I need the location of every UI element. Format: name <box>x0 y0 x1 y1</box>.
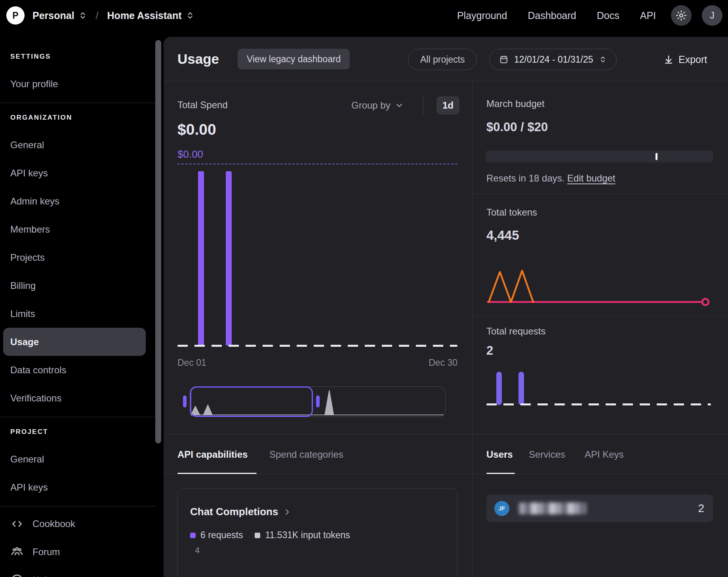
sidebar-item-api-keys[interactable]: API keys <box>10 473 155 501</box>
total-requests-label: Total requests <box>486 326 545 337</box>
chevron-updown-icon <box>599 55 607 63</box>
sidebar-item-general[interactable]: General <box>10 445 155 473</box>
legend-item-requests: 6 requests <box>190 530 243 541</box>
budget-line-label: $0.00 <box>177 148 203 160</box>
all-projects-filter[interactable]: All projects <box>408 49 477 70</box>
sidebar-item-members[interactable]: Members <box>10 215 155 243</box>
sidebar-heading-organization: ORGANIZATION <box>10 111 155 124</box>
user-avatar[interactable]: J <box>702 5 722 26</box>
x-axis-start-label: Dec 01 <box>177 357 206 368</box>
chevron-right-icon <box>283 508 292 516</box>
y-axis-tick: 4 <box>195 545 200 556</box>
date-range-picker[interactable]: 12/01/24 - 01/31/25 <box>489 49 617 70</box>
spend-bars-layer <box>177 168 457 346</box>
org-selector[interactable]: Personal <box>32 10 74 21</box>
legend-label: 6 requests <box>200 530 243 541</box>
brush-selection-window[interactable] <box>190 386 313 417</box>
sidebar-heading-settings: SETTINGS <box>10 50 155 63</box>
interval-1d-button[interactable]: 1d <box>436 96 459 115</box>
toolbar-divider <box>423 95 423 116</box>
budget-progress-bar <box>486 151 713 162</box>
sidebar-item-verifications[interactable]: Verifications <box>10 384 155 412</box>
budget-progress-tick <box>656 153 657 160</box>
nav-link-api[interactable]: API <box>640 10 656 21</box>
export-label: Export <box>678 54 707 65</box>
section-divider <box>164 434 728 434</box>
user-usage-row[interactable]: JF 2 <box>486 495 713 522</box>
user-request-count: 2 <box>698 502 704 515</box>
usage-main-panel: Usage View legacy dashboard All projects… <box>164 37 728 577</box>
legend-label: 11.531K input tokens <box>265 530 350 541</box>
org-avatar[interactable]: P <box>6 6 25 25</box>
breadcrumb-separator: / <box>96 10 99 21</box>
sidebar-item-api-keys[interactable]: API keys <box>10 159 155 187</box>
sidebar-item-projects[interactable]: Projects <box>10 243 155 271</box>
requests-bars-layer <box>486 372 711 405</box>
march-budget-amount: $0.00 / $20 <box>486 120 548 134</box>
export-button[interactable]: Export <box>663 49 707 70</box>
tab-services[interactable]: Services <box>529 449 565 460</box>
top-nav: P Personal / Home Assistant PlaygroundDa… <box>0 0 728 31</box>
brush-handle-left[interactable] <box>183 395 187 407</box>
chat-completions-title: Chat Completions <box>190 506 278 518</box>
sidebar-footer-help[interactable]: Help <box>10 566 155 577</box>
requests-baseline <box>486 403 711 405</box>
sidebar-item-billing[interactable]: Billing <box>10 271 155 300</box>
chart-legend: 6 requests 11.531K input tokens <box>190 530 350 541</box>
tab-users[interactable]: Users <box>486 449 513 460</box>
column-divider <box>472 81 473 577</box>
group-by-dropdown[interactable]: Group by <box>351 100 404 111</box>
sidebar-item-limits[interactable]: Limits <box>10 300 155 328</box>
resets-label: Resets in 18 days. <box>486 173 567 183</box>
edit-budget-link[interactable]: Edit budget <box>567 173 615 183</box>
section-divider <box>472 193 728 194</box>
chevron-down-icon <box>394 101 404 110</box>
active-tab-underline <box>177 473 257 474</box>
nav-link-docs[interactable]: Docs <box>597 10 619 21</box>
redacted-user-name <box>519 502 586 514</box>
chevron-updown-icon[interactable] <box>78 11 87 20</box>
tokens-trend-chart <box>486 265 711 306</box>
sidebar-item-your-profile[interactable]: Your profile <box>10 70 155 98</box>
tab-api-capabilities[interactable]: API capabilities <box>177 449 248 460</box>
settings-gear-button[interactable] <box>671 5 692 26</box>
header-divider <box>164 81 728 81</box>
budget-resets-text: Resets in 18 days. Edit budget <box>486 173 616 184</box>
group-by-label: Group by <box>351 100 391 111</box>
project-selector[interactable]: Home Assistant <box>107 10 182 21</box>
active-tab-underline <box>486 473 515 474</box>
tab-api-keys[interactable]: API Keys <box>585 449 624 460</box>
help-icon <box>10 573 24 577</box>
brush-handle-right[interactable] <box>316 395 320 407</box>
total-tokens-value: 4,445 <box>486 228 519 243</box>
march-budget-label: March budget <box>486 98 545 109</box>
tab-spend-categories[interactable]: Spend categories <box>269 449 343 460</box>
view-legacy-dashboard-button[interactable]: View legacy dashboard <box>238 49 350 69</box>
nav-link-dashboard[interactable]: Dashboard <box>528 10 576 21</box>
sidebar-divider <box>0 103 155 103</box>
sidebar-footer-cookbook[interactable]: Cookbook <box>10 510 155 538</box>
nav-link-playground[interactable]: Playground <box>457 10 507 21</box>
budget-dashed-line <box>177 164 457 164</box>
total-spend-amount: $0.00 <box>177 121 216 138</box>
spend-baseline <box>177 345 457 347</box>
legend-swatch <box>255 533 260 538</box>
section-divider <box>472 316 728 317</box>
download-arrow-icon <box>663 54 674 65</box>
chevron-updown-icon[interactable] <box>186 11 194 20</box>
sidebar-footer-label: Help <box>32 575 52 577</box>
sidebar-item-general[interactable]: General <box>10 131 155 159</box>
sidebar-footer-forum[interactable]: Forum <box>10 538 155 566</box>
total-requests-value: 2 <box>486 344 493 358</box>
sidebar-item-usage[interactable]: Usage <box>3 328 146 356</box>
sidebar-item-admin-keys[interactable]: Admin keys <box>10 187 155 215</box>
gear-icon <box>675 10 687 21</box>
calendar-icon <box>499 55 509 64</box>
chat-completions-link[interactable]: Chat Completions <box>190 506 292 518</box>
sidebar-nav: SETTINGSYour profileORGANIZATIONGeneralA… <box>0 31 155 577</box>
legend-swatch <box>190 533 196 538</box>
page-title: Usage <box>177 51 219 67</box>
sidebar-item-data-controls[interactable]: Data controls <box>10 356 155 384</box>
x-axis-end-label: Dec 30 <box>429 357 457 368</box>
sidebar-scrollbar[interactable] <box>155 40 161 443</box>
